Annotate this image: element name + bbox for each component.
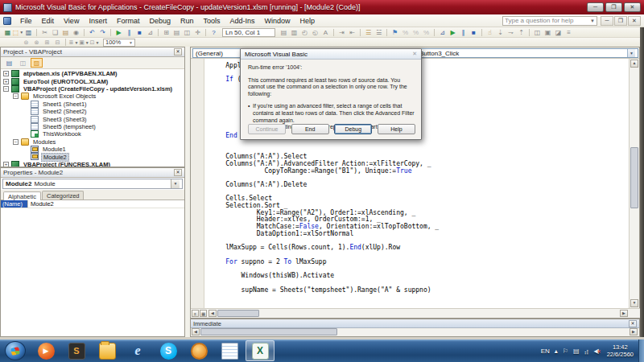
reset-icon[interactable]: ■ [134,28,145,37]
parameter-info-icon[interactable]: ◵ [310,28,320,37]
immediate-window-icon[interactable]: ▣ [543,28,553,37]
row2-swap-window-icon[interactable]: ⊛ [31,39,42,46]
list-properties-icon[interactable]: ▤ [279,28,289,37]
network-icon[interactable]: ⣴ [584,348,589,355]
tree-item-module2[interactable]: Module2 [1,153,184,160]
help-question-box[interactable]: Type a question for help ▼ [502,16,597,26]
procedure-dropdown[interactable]: Button3_Click ▼ [416,48,638,58]
row2-border-dropdown-icon[interactable]: ⊡▼ [89,39,100,46]
close-icon[interactable]: ✕ [174,169,182,176]
indent-icon[interactable]: ⇥ [336,28,347,37]
tree-item-microsoft-excel-objects[interactable]: −Microsoft Excel Objects [1,93,184,100]
step-over-icon[interactable]: ⇁ [506,28,516,37]
comment-block-icon[interactable]: ☰ [363,28,374,37]
vertical-scrollbar[interactable]: ▲ ▼ [629,59,639,309]
expand-toggle-icon[interactable]: + [3,79,9,84]
scroll-right-arrow[interactable]: ▶ [630,328,638,335]
row2-copy-window-icon[interactable]: ⊜ [21,39,31,46]
full-module-view-button[interactable]: ▦ [200,310,207,317]
help-icon[interactable]: ? [208,28,219,37]
complete-word-icon[interactable]: A [320,28,331,37]
taskbar-app-internet-explorer[interactable]: e [123,340,152,361]
minimize-button[interactable]: ─ [587,2,604,12]
show-desktop-button[interactable] [638,339,644,362]
scroll-up-arrow[interactable]: ▲ [630,60,638,68]
tree-item-eurotool-eurotool-xlam[interactable]: +EuroTool (EUROTOOL.XLAM) [1,77,184,84]
expand-toggle-icon[interactable]: − [3,86,9,92]
properties-window-icon[interactable]: ▤ [171,28,182,37]
menu-item-format[interactable]: Format [112,16,145,26]
mdi-close-button[interactable]: ✕ [628,16,641,26]
tab-categorized[interactable]: Categorized [42,191,84,200]
taskbar-app-skype[interactable]: S [154,340,183,361]
menu-item-help[interactable]: Help [295,16,320,26]
expand-toggle-icon[interactable]: − [13,139,19,145]
list-constants-icon[interactable]: ▥ [289,28,299,37]
view-object-icon[interactable]: ◫ [17,58,29,68]
toggle-bookmark-icon[interactable]: ⚑ [390,28,400,37]
clear-bookmarks-icon[interactable]: % [421,28,431,37]
run-sub-icon[interactable]: ▶ [114,28,124,37]
tree-item-vbaproject-createfilecopy-updateversion1-xlsm[interactable]: −VBAProject (CreateFileCopy - updateVers… [1,85,184,93]
project-explorer-icon[interactable]: ⊞ [161,28,171,37]
mdi-restore-button[interactable]: ❐ [614,16,627,26]
tree-item-module1[interactable]: Module1 [1,146,184,153]
menu-item-edit[interactable]: Edit [37,16,60,26]
toolbox-icon[interactable]: ✛ [192,28,203,37]
locals-window-icon[interactable]: ◫ [532,28,543,37]
property-value-cell[interactable]: Module2 [28,200,184,208]
view-code-icon[interactable]: ▤ [3,58,15,68]
menu-item-tools[interactable]: Tools [198,16,225,26]
watch-window-icon[interactable]: ◪ [553,28,564,37]
property-row[interactable]: (Name)Module2 [1,200,184,208]
step-into-icon[interactable]: ⇣ [495,28,506,37]
cut-icon[interactable]: ✂ [39,28,50,37]
run-2-icon[interactable]: ▶ [448,28,458,37]
undo-icon[interactable]: ↶ [87,28,97,37]
close-icon[interactable]: ✕ [412,51,417,57]
dialog-button-debug[interactable]: Debug [334,124,372,134]
scroll-left-arrow[interactable]: ◀ [192,328,200,335]
row2-split-window-icon[interactable]: ⊟ [52,39,63,46]
tree-item-sheet5-tempsheet[interactable]: Sheet5 (tempsheet) [1,123,184,130]
scroll-right-arrow[interactable]: ▶ [620,310,628,317]
break-2-icon[interactable]: ∥ [458,28,469,37]
object-selector-combobox[interactable]: Module2 Module ▼ [2,179,183,189]
uncomment-block-icon[interactable]: ☱ [374,28,384,37]
expand-toggle-icon[interactable]: + [3,71,9,76]
start-button[interactable] [5,341,26,360]
scroll-left-arrow[interactable]: ◀ [208,310,217,317]
menu-item-add-ins[interactable]: Add-Ins [225,16,259,26]
step-out-icon[interactable]: ⇡ [516,28,526,37]
immediate-horizontal-scrollbar[interactable]: ◀ ▶ [191,328,639,336]
expand-toggle-icon[interactable]: + [3,162,9,167]
object-browser-icon[interactable]: ◫ [182,28,192,37]
language-indicator[interactable]: EN [541,348,550,355]
menu-item-run[interactable]: Run [175,16,199,26]
dialog-button-end[interactable]: End [291,124,329,134]
copy-icon[interactable]: ❏ [50,28,60,37]
tree-item-thisworkbook[interactable]: ThisWorkbook [1,130,184,138]
tree-item-modules[interactable]: −Modules [1,138,184,146]
close-icon[interactable]: ✕ [174,48,182,56]
dialog-button-help[interactable]: Help [378,124,415,134]
zoom-combobox[interactable]: 100% ▼ [103,39,135,47]
action-center-flag-icon[interactable]: ⚐ [563,348,568,355]
previous-bookmark-icon[interactable]: % [411,28,421,37]
row2-list-dropdown-icon[interactable]: ≣▼ [68,39,79,46]
expand-toggle-icon[interactable]: − [13,93,19,99]
horizontal-scrollbar[interactable]: ≡ ▦ ◀ ▶ [191,308,641,318]
tree-item-sheet1-sheet1[interactable]: Sheet1 (Sheet1) [1,101,184,108]
maximize-button[interactable]: ❐ [605,2,622,12]
menu-item-debug[interactable]: Debug [144,16,175,26]
taskbar-app-coin-app[interactable] [184,340,213,361]
hidden-icons-arrow[interactable]: ▴ [555,348,558,355]
design-mode-icon[interactable]: ⊿ [145,28,155,37]
horizontal-scroll-thumb[interactable] [217,310,259,317]
menu-item-window[interactable]: Window [260,16,295,26]
toggle-folders-icon[interactable]: ▨ [31,58,43,68]
menu-item-view[interactable]: View [59,16,84,26]
paste-icon[interactable]: ▤ [60,28,71,37]
taskbar-app-console-app[interactable]: S [62,340,91,361]
mdi-minimize-button[interactable]: ─ [601,16,613,26]
